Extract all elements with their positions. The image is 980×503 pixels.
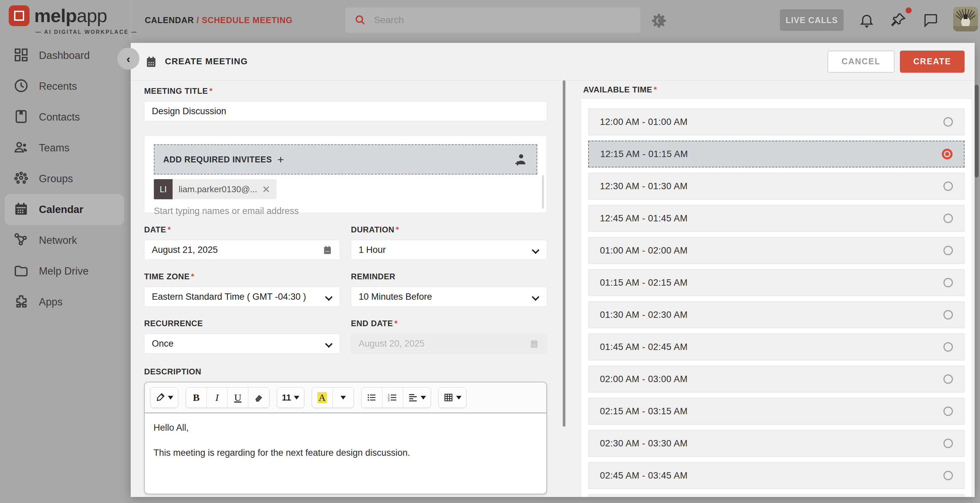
invitee-chip: LI liam.parker0130@... ✕ (154, 179, 277, 199)
reminder-select[interactable]: 10 Minutes Before (351, 287, 547, 307)
chevron-down-icon (326, 340, 332, 347)
radio-icon[interactable] (943, 342, 953, 352)
radio-icon[interactable] (943, 406, 953, 416)
italic-icon[interactable]: I (207, 387, 228, 408)
font-size-select[interactable]: 11 (277, 387, 304, 408)
time-slot-option[interactable]: 12:30 AM - 01:30 AM (588, 173, 964, 200)
notifications-bell-icon[interactable] (859, 12, 875, 28)
sidebar-item-groups[interactable]: Groups (0, 163, 131, 194)
radio-icon[interactable] (943, 214, 953, 223)
invitees-scrollbar[interactable] (542, 175, 544, 209)
search-input[interactable]: Search (345, 7, 640, 33)
invitee-email: liam.parker0130@... (173, 184, 262, 195)
duration-select[interactable]: 1 Hour (351, 240, 547, 260)
sidebar-item-label: Dashboard (39, 49, 90, 62)
meeting-form: MEETING TITLE* Design Discussion ADD REQ… (144, 80, 547, 503)
radio-icon[interactable] (943, 117, 953, 127)
reminder-label: REMINDER (351, 272, 547, 281)
user-avatar[interactable] (953, 7, 978, 32)
sidebar-item-teams[interactable]: Teams (0, 133, 131, 163)
sidebar-item-calendar[interactable]: Calendar (5, 194, 124, 225)
sidebar-item-network[interactable]: Network (0, 225, 131, 256)
bold-icon[interactable]: B (186, 387, 207, 408)
meeting-title-input[interactable]: Design Discussion (144, 101, 547, 121)
add-required-invitees-button[interactable]: ADD REQUIRED INVITEES + (154, 144, 537, 175)
description-textarea[interactable]: Hello All, This meeting is regarding for… (145, 413, 546, 493)
duration-label: DURATION* (351, 225, 547, 235)
toolbar-group: 11 (277, 387, 304, 408)
numbered-list-icon[interactable]: 123 (382, 387, 403, 408)
radio-icon[interactable] (943, 246, 953, 255)
time-slot-option[interactable]: 02:30 AM - 03:30 AM (588, 430, 964, 457)
radio-icon[interactable] (943, 181, 953, 191)
end-date-input-disabled: August 20, 2025 (351, 333, 547, 354)
radio-selected-icon[interactable] (942, 149, 953, 159)
time-slot-option[interactable]: 02:45 AM - 03:45 AM (588, 462, 964, 489)
date-calendar-icon[interactable] (323, 244, 332, 255)
end-date-label: END DATE* (351, 319, 547, 328)
radio-icon[interactable] (943, 374, 953, 384)
time-slot-option[interactable]: 01:30 AM - 02:30 AM (588, 301, 964, 328)
theme-toggle-icon[interactable] (651, 13, 667, 29)
time-slot-label: 12:00 AM - 01:00 AM (600, 117, 688, 127)
time-slot-option[interactable]: 02:15 AM - 03:15 AM (588, 398, 964, 425)
groups-icon (13, 170, 29, 187)
sidebar-collapse-button[interactable]: ‹ (117, 48, 139, 70)
window-scrollbar[interactable] (975, 85, 978, 178)
sidebar-item-label: Melp Drive (39, 265, 89, 277)
radio-icon[interactable] (943, 310, 953, 319)
sidebar-item-apps[interactable]: Apps (0, 287, 131, 317)
underline-icon[interactable]: U (228, 387, 248, 408)
date-label: DATE* (144, 225, 340, 235)
recurrence-select[interactable]: Once (144, 333, 340, 354)
font-color-icon[interactable]: A (312, 387, 333, 408)
live-calls-button[interactable]: LIVE CALLS (780, 10, 843, 31)
radio-icon[interactable] (943, 471, 953, 480)
time-slot-option[interactable]: 12:15 AM - 01:15 AM (588, 141, 964, 167)
date-input[interactable]: August 21, 2025 (144, 240, 340, 260)
breadcrumb-calendar[interactable]: CALENDAR (145, 16, 194, 25)
sidebar-item-contacts[interactable]: Contacts (0, 102, 131, 133)
chevron-down-icon (421, 396, 426, 400)
bullet-list-icon[interactable] (362, 387, 382, 408)
sidebar-item-dashboard[interactable]: Dashboard (0, 40, 131, 71)
form-scrollbar[interactable] (563, 80, 565, 427)
drive-icon (13, 263, 29, 279)
text-style-icon[interactable] (151, 387, 178, 408)
time-slot-option[interactable]: 01:00 AM - 02:00 AM (588, 237, 964, 264)
time-slot-option[interactable]: 03:00 AM - 04:00 AM (588, 494, 964, 497)
table-icon[interactable] (439, 387, 466, 408)
time-slot-option[interactable]: 02:00 AM - 03:00 AM (588, 366, 964, 392)
font-color-caret[interactable] (333, 387, 353, 408)
sidebar-item-recents[interactable]: Recents (0, 71, 131, 102)
time-slot-label: 02:30 AM - 03:30 AM (600, 438, 688, 449)
time-slot-option[interactable]: 12:45 AM - 01:45 AM (588, 205, 964, 232)
chevron-down-icon (326, 294, 332, 300)
network-icon (13, 232, 29, 249)
timezone-select[interactable]: Eastern Standard Time ( GMT -04:30 ) (144, 287, 340, 307)
create-button[interactable]: CREATE (900, 51, 964, 73)
align-icon[interactable] (403, 387, 431, 408)
description-editor: BIU11A123 Hello All, This meeting is reg… (144, 382, 547, 494)
time-slot-option[interactable]: 01:45 AM - 02:45 AM (588, 333, 964, 360)
chevron-down-icon (533, 246, 539, 253)
recurrence-label: RECURRENCE (144, 319, 340, 328)
radio-icon[interactable] (943, 278, 953, 287)
contacts-icon (13, 109, 29, 125)
chat-icon[interactable] (922, 12, 939, 28)
time-slot-option[interactable]: 01:15 AM - 02:15 AM (588, 269, 964, 296)
breadcrumb-schedule-meeting: SCHEDULE MEETING (202, 16, 293, 25)
toolbar-group (438, 387, 466, 408)
editor-toolbar: BIU11A123 (145, 382, 546, 413)
time-slot-option[interactable]: 12:00 AM - 01:00 AM (588, 108, 964, 135)
radio-icon[interactable] (943, 439, 953, 448)
eraser-icon[interactable] (248, 387, 269, 408)
app-logo: melpapp — AI DIGITAL WORKPLACE — (9, 5, 138, 35)
remove-invitee-icon[interactable]: ✕ (262, 184, 277, 195)
sidebar-item-label: Apps (39, 296, 63, 308)
pin-icon[interactable] (890, 12, 906, 28)
sidebar-item-melp-drive[interactable]: Melp Drive (0, 256, 131, 287)
invitees-typeahead-placeholder[interactable]: Start typing names or email address (154, 206, 537, 216)
invitee-initials: LI (154, 179, 173, 199)
cancel-button[interactable]: CANCEL (827, 51, 894, 73)
